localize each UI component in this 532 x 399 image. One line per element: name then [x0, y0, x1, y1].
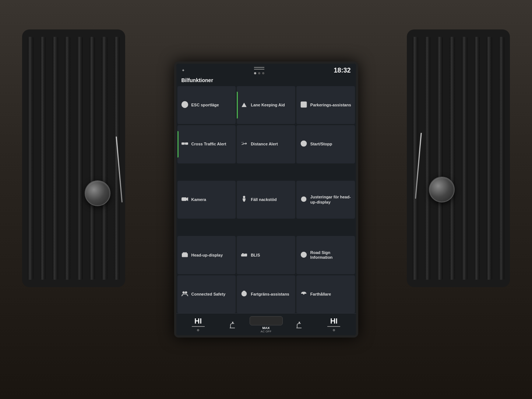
- screen: ✦ 18:32 Bilfunktioner: [176, 64, 356, 335]
- home-button[interactable]: [250, 316, 283, 325]
- parkerings-icon: P: [300, 101, 307, 109]
- svg-rect-6: [182, 143, 184, 145]
- esc-sportlage-button[interactable]: OFF ESC sportläge: [177, 86, 236, 124]
- connected-safety-label: Connected Safety: [191, 292, 226, 297]
- left-climate-temp: HI: [194, 317, 202, 325]
- fan-max-label: MAX: [262, 326, 269, 330]
- button-grid: OFF ESC sportläge Lane Keeping Aid: [176, 86, 356, 313]
- fartgrans-button[interactable]: Fartgräns-assistans: [237, 275, 295, 313]
- hud-adjust-button[interactable]: 100 Justeringar för head-up-display: [296, 181, 355, 219]
- distance-alert-icon: [240, 140, 248, 148]
- right-seat-heat[interactable]: [295, 321, 304, 329]
- svg-text:100: 100: [303, 198, 306, 201]
- road-sign-button[interactable]: 90 Road Sign Information: [296, 236, 355, 274]
- svg-rect-18: [244, 254, 247, 256]
- fall-nackstod-button[interactable]: Fäll nackstöd: [237, 181, 295, 219]
- right-climate-temp: HI: [330, 317, 338, 325]
- svg-point-11: [243, 196, 245, 198]
- vent-slat: [114, 37, 120, 280]
- start-stopp-icon: A: [300, 140, 307, 148]
- right-climate[interactable]: HI: [327, 317, 340, 333]
- button-row-1: OFF ESC sportläge Lane Keeping Aid: [177, 86, 355, 124]
- distance-alert-label: Distance Alert: [251, 142, 278, 146]
- esc-icon: OFF: [181, 101, 189, 109]
- vent-slat: [425, 37, 431, 280]
- vent-slat: [462, 37, 468, 280]
- vent-slat: [412, 37, 418, 280]
- page-dot-2: [258, 72, 260, 74]
- kamera-button[interactable]: Kamera: [177, 181, 236, 219]
- blis-label: BLIS: [251, 253, 260, 258]
- farthallare-button[interactable]: Farthållare: [296, 275, 355, 313]
- page-dot-1: [254, 72, 256, 74]
- vent-slat: [486, 37, 492, 280]
- vent-slat: [28, 37, 34, 280]
- head-up-icon: [181, 251, 189, 259]
- bluetooth-icon: ✦: [182, 68, 185, 73]
- cross-traffic-button[interactable]: Cross Traffic Alert: [177, 125, 236, 163]
- svg-text:A: A: [303, 142, 305, 146]
- blis-icon: [240, 251, 248, 259]
- svg-rect-7: [185, 143, 188, 145]
- farthallare-icon: [300, 290, 307, 299]
- svg-point-25: [197, 329, 199, 331]
- road-sign-icon: 90: [300, 251, 307, 259]
- right-temp-icon: [330, 328, 338, 333]
- esc-sportlage-label: ESC sportläge: [191, 103, 219, 107]
- distance-alert-button[interactable]: Distance Alert: [237, 125, 295, 163]
- connected-safety-icon: [181, 290, 189, 299]
- lane-keeping-icon: [240, 101, 248, 109]
- vent-slat: [102, 37, 108, 280]
- cross-traffic-icon: [181, 140, 189, 148]
- svg-point-24: [303, 293, 304, 294]
- svg-point-3: [243, 104, 245, 106]
- blis-button[interactable]: BLIS: [237, 236, 295, 274]
- knob-right[interactable]: [429, 177, 455, 202]
- fall-nackstod-icon: [240, 195, 248, 204]
- svg-rect-10: [182, 198, 186, 201]
- button-row-4: Head-up-display BLIS: [177, 236, 355, 274]
- fartgrans-label: Fartgräns-assistans: [251, 292, 289, 297]
- cross-traffic-label: Cross Traffic Alert: [191, 142, 226, 146]
- svg-text:90: 90: [303, 253, 306, 257]
- left-seat-heat[interactable]: [228, 321, 237, 329]
- ac-off-label: AC OFF: [261, 330, 271, 333]
- status-center: [254, 67, 264, 74]
- hud-adjust-label: Justeringar för head-up-display: [310, 195, 351, 204]
- vent-slat: [40, 37, 46, 280]
- vent-right: [407, 29, 510, 287]
- status-bar: ✦ 18:32: [176, 64, 356, 76]
- vent-slat: [89, 37, 95, 280]
- page-title: Bilfunktioner: [176, 76, 356, 86]
- svg-point-28: [333, 329, 335, 331]
- menu-lines: [254, 67, 264, 70]
- vent-left: [22, 29, 125, 287]
- vent-slat: [52, 37, 58, 280]
- button-row-3: Kamera Fäll nackstöd: [177, 181, 355, 219]
- svg-point-27: [299, 322, 300, 323]
- parkerings-button[interactable]: P Parkerings-assistans: [296, 86, 355, 124]
- svg-point-16: [184, 255, 185, 256]
- screen-bezel: ✦ 18:32 Bilfunktioner: [174, 61, 358, 338]
- vent-slat: [437, 37, 443, 280]
- lane-keeping-button[interactable]: Lane Keeping Aid: [237, 86, 295, 124]
- head-up-button[interactable]: Head-up-display: [177, 236, 236, 274]
- kamera-icon: [181, 195, 189, 204]
- vent-slat: [499, 37, 505, 280]
- svg-point-22: [185, 292, 187, 293]
- svg-text:OFF: OFF: [183, 104, 187, 106]
- connected-safety-button[interactable]: Connected Safety: [177, 275, 236, 313]
- start-stopp-label: Start/Stopp: [310, 142, 332, 146]
- left-climate[interactable]: HI: [192, 317, 205, 333]
- svg-text:P: P: [303, 103, 305, 107]
- vent-slat: [450, 37, 455, 280]
- knob-left[interactable]: [85, 180, 110, 206]
- hud-adjust-icon: 100: [300, 195, 307, 204]
- svg-point-21: [183, 292, 184, 293]
- start-stopp-button[interactable]: A Start/Stopp: [296, 125, 355, 163]
- lane-keeping-label: Lane Keeping Aid: [251, 103, 285, 107]
- page-dots: [254, 72, 264, 74]
- vent-slat: [77, 37, 83, 280]
- status-time: 18:32: [334, 67, 350, 74]
- button-row-5: Connected Safety Fartgräns-assistans: [177, 275, 355, 313]
